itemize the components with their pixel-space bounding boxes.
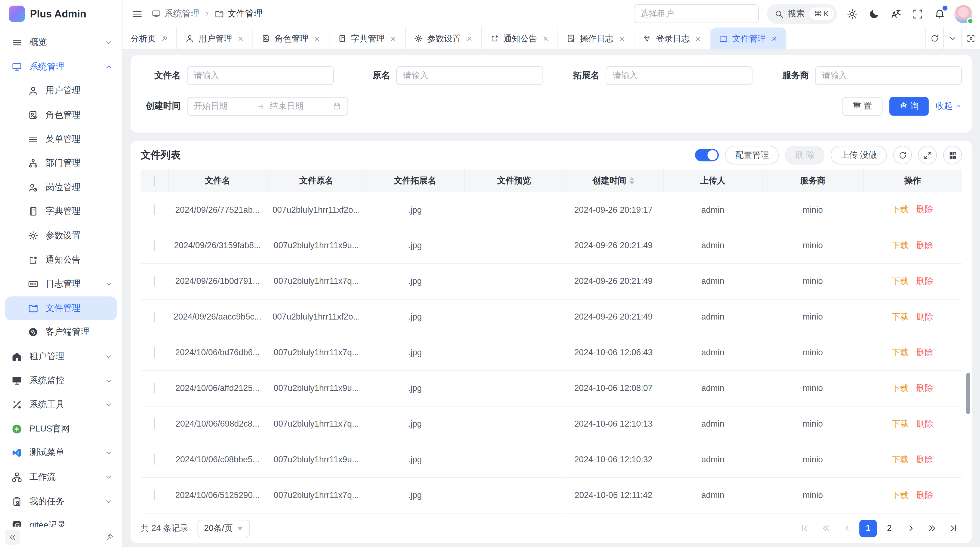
sidebar-pin-button[interactable]: [102, 529, 117, 544]
download-link[interactable]: 下载: [892, 490, 909, 501]
close-icon[interactable]: [770, 35, 778, 42]
download-link[interactable]: 下载: [892, 240, 909, 251]
tab-6[interactable]: 操作日志: [558, 27, 634, 49]
sidebar-item-12[interactable]: 客户端管理: [0, 321, 122, 344]
collapse-filter-link[interactable]: 收起: [935, 101, 962, 112]
close-icon[interactable]: [541, 35, 549, 42]
breadcrumb-item-files[interactable]: 文件管理: [215, 8, 263, 19]
reset-button[interactable]: 重 置: [842, 97, 883, 116]
sidebar-item-3[interactable]: 角色管理: [0, 103, 122, 127]
row-checkbox[interactable]: [154, 454, 155, 465]
tab-dropdown-button[interactable]: [944, 27, 962, 49]
language-button[interactable]: [889, 7, 903, 21]
date-range-input[interactable]: 开始日期 结束日期: [187, 97, 348, 116]
sidebar-collapse-button[interactable]: [5, 529, 20, 544]
sort-icon[interactable]: [629, 177, 634, 185]
pgnext-button[interactable]: [902, 520, 919, 537]
delete-link[interactable]: 删除: [916, 240, 933, 251]
close-icon[interactable]: [694, 35, 702, 42]
sidebar-item-4[interactable]: 菜单管理: [0, 127, 122, 152]
sidebar-item-6[interactable]: 岗位管理: [0, 175, 122, 200]
sidebar-item-11[interactable]: 文件管理: [5, 296, 117, 321]
column-header-4[interactable]: 创建时间: [564, 169, 663, 192]
row-checkbox[interactable]: [154, 347, 155, 358]
row-checkbox[interactable]: [154, 418, 155, 429]
tab-2[interactable]: 角色管理: [253, 27, 329, 49]
row-checkbox[interactable]: [154, 276, 155, 287]
download-link[interactable]: 下载: [892, 204, 909, 215]
dark-mode-button[interactable]: [867, 7, 881, 21]
fullscreen-button[interactable]: [911, 7, 924, 21]
sidebar-item-17[interactable]: 测试菜单: [0, 441, 122, 465]
sidebar-item-7[interactable]: 字典管理: [0, 200, 122, 224]
delete-link[interactable]: 删除: [916, 204, 933, 215]
expand-table-button[interactable]: [918, 146, 937, 164]
search-button[interactable]: 查 询: [889, 97, 929, 116]
tab-0[interactable]: 分析页: [123, 27, 177, 49]
tab-3[interactable]: 字典管理: [329, 27, 405, 49]
tab-maximize-button[interactable]: [962, 27, 980, 49]
delete-button[interactable]: 删 除: [785, 146, 824, 164]
close-icon[interactable]: [237, 35, 244, 42]
page-size-select[interactable]: 20条/页: [197, 520, 250, 537]
notifications-button[interactable]: [932, 7, 947, 21]
pgfirst-button[interactable]: [796, 520, 813, 537]
upload-button[interactable]: 上传 没做: [831, 146, 887, 164]
sidebar-item-13[interactable]: 租户管理: [0, 344, 122, 368]
sidebar-item-0[interactable]: 概览: [0, 31, 122, 55]
close-icon[interactable]: [618, 35, 625, 42]
row-checkbox[interactable]: [154, 383, 155, 393]
pgprev2-button[interactable]: [817, 520, 834, 537]
download-link[interactable]: 下载: [892, 311, 909, 322]
sidebar-item-5[interactable]: 部门管理: [0, 152, 122, 176]
tab-7[interactable]: 登录日志: [634, 27, 710, 49]
avatar[interactable]: [955, 5, 973, 23]
row-checkbox[interactable]: [154, 240, 155, 251]
row-checkbox[interactable]: [154, 311, 155, 322]
pgnext2-button[interactable]: [923, 520, 940, 537]
delete-link[interactable]: 删除: [916, 276, 933, 287]
sidebar-item-8[interactable]: 参数设置: [0, 224, 122, 248]
config-manage-button[interactable]: 配置管理: [725, 146, 779, 164]
pglast-button[interactable]: [944, 520, 962, 537]
row-checkbox[interactable]: [154, 204, 155, 215]
delete-link[interactable]: 删除: [916, 418, 933, 429]
delete-link[interactable]: 删除: [916, 383, 933, 394]
page-button-1[interactable]: 1: [859, 520, 877, 537]
sidebar-item-18[interactable]: 工作流: [0, 465, 122, 489]
extension-input[interactable]: 请输入: [606, 66, 753, 85]
search-toggle[interactable]: [695, 149, 719, 161]
origin-name-input[interactable]: 请输入: [396, 66, 543, 85]
close-icon[interactable]: [465, 35, 473, 42]
tab-5[interactable]: 通知公告: [482, 27, 558, 49]
sidebar-item-2[interactable]: 用户管理: [0, 79, 122, 103]
sidebar-item-9[interactable]: 通知公告: [0, 248, 122, 272]
close-icon[interactable]: [389, 35, 397, 42]
sidebar-item-14[interactable]: 系统监控: [0, 368, 122, 393]
page-button-2[interactable]: 2: [881, 520, 898, 537]
row-checkbox[interactable]: [154, 490, 155, 501]
delete-link[interactable]: 删除: [916, 347, 933, 358]
provider-input[interactable]: 请输入: [815, 66, 962, 85]
download-link[interactable]: 下载: [892, 347, 909, 358]
refresh-table-button[interactable]: [893, 146, 912, 164]
settings-button[interactable]: [845, 7, 859, 21]
sidebar-item-16[interactable]: PLUS官网: [0, 417, 122, 441]
delete-link[interactable]: 删除: [916, 490, 933, 501]
pin-icon[interactable]: [160, 35, 168, 42]
hamburger-menu-button[interactable]: [127, 4, 146, 23]
select-all-checkbox[interactable]: [154, 175, 155, 186]
sidebar-item-19[interactable]: 我的任务: [0, 489, 122, 514]
tab-8[interactable]: 文件管理: [710, 27, 786, 49]
sidebar-item-10[interactable]: DEV日志管理: [0, 272, 122, 297]
tab-1[interactable]: 用户管理: [177, 27, 253, 49]
tab-refresh-button[interactable]: [926, 27, 944, 49]
breadcrumb-item-system[interactable]: 系统管理: [151, 8, 200, 19]
tab-4[interactable]: 参数设置: [405, 27, 482, 49]
download-link[interactable]: 下载: [892, 418, 909, 429]
pgprev-button[interactable]: [838, 520, 856, 537]
filename-input[interactable]: 请输入: [187, 66, 334, 85]
column-settings-button[interactable]: [943, 146, 962, 164]
download-link[interactable]: 下载: [892, 276, 909, 287]
download-link[interactable]: 下载: [892, 454, 909, 465]
